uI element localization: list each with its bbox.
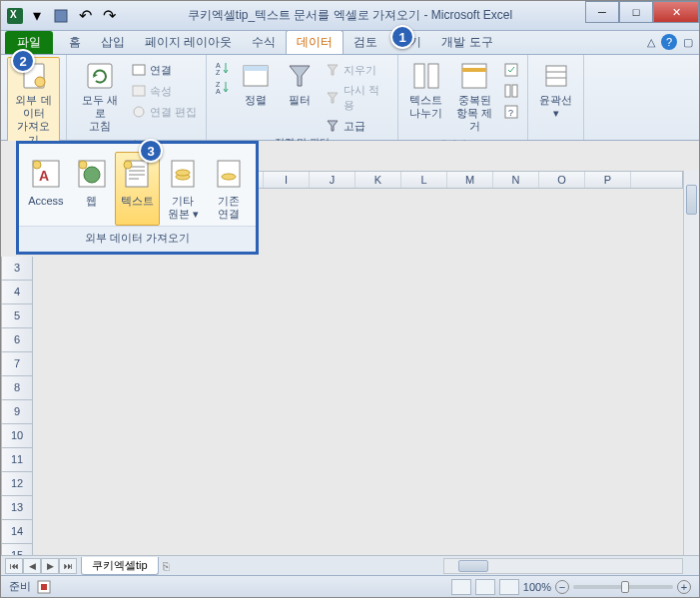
from-text-button[interactable]: 텍스트	[115, 152, 161, 226]
view-normal-button[interactable]	[451, 579, 471, 595]
svg-point-6	[134, 107, 144, 117]
col-header[interactable]: J	[310, 172, 355, 188]
qat-save-icon[interactable]	[51, 6, 71, 26]
sort-icon	[240, 60, 272, 92]
external-data-dropdown: A Access 웹 텍스트 기타 원본 ▾ 기존 연결 외부 데이터 가져오기	[16, 141, 259, 255]
sheet-nav-next[interactable]: ▶	[41, 558, 59, 574]
row-header[interactable]: 4	[1, 281, 33, 304]
svg-text:A: A	[216, 62, 221, 69]
sort-asc-button[interactable]: AZ	[213, 59, 233, 77]
window-options-icon[interactable]: ▢	[683, 36, 693, 49]
remove-dup-icon	[458, 60, 490, 92]
row-header[interactable]: 9	[1, 400, 33, 424]
qat-undo-icon[interactable]: ↶	[75, 6, 95, 26]
from-access-button[interactable]: A Access	[23, 152, 69, 226]
svg-rect-15	[462, 64, 486, 88]
outline-icon	[540, 60, 572, 92]
edit-links-button[interactable]: 연결 편집	[129, 103, 199, 121]
remove-duplicates-button[interactable]: 중복된 항목 제거	[450, 57, 499, 137]
row-header[interactable]: 5	[1, 304, 33, 328]
sheet-tab[interactable]: 쿠키엑셀tip	[81, 557, 159, 575]
new-sheet-button[interactable]: ⎘	[163, 560, 170, 572]
refresh-all-button[interactable]: 모두 새로 고침	[73, 57, 127, 137]
svg-rect-13	[414, 64, 424, 88]
view-pagebreak-button[interactable]	[499, 579, 519, 595]
sort-desc-icon: ZA	[215, 79, 231, 95]
row-header[interactable]: 8	[1, 376, 33, 400]
svg-point-27	[84, 167, 100, 183]
svg-point-35	[222, 174, 236, 180]
qat-redo-icon[interactable]: ↷	[99, 6, 119, 26]
col-header[interactable]: I	[264, 172, 310, 188]
zoom-slider[interactable]	[573, 585, 673, 589]
ribbon: 외부 데이터 가져오기 모두 새로 고침 연결 속성 연결 편집 연결 AZ	[1, 55, 699, 141]
consolidate-button[interactable]	[501, 82, 521, 100]
close-button[interactable]: ✕	[653, 1, 699, 23]
tab-home[interactable]: 홈	[59, 31, 91, 54]
row-header[interactable]: 7	[1, 352, 33, 376]
data-validation-button[interactable]	[501, 61, 521, 79]
connections-button[interactable]: 연결	[129, 61, 199, 79]
svg-point-28	[79, 161, 87, 169]
scrollbar-thumb[interactable]	[686, 185, 697, 215]
svg-text:Z: Z	[216, 69, 221, 76]
properties-button[interactable]: 속성	[129, 82, 199, 100]
tab-data[interactable]: 데이터	[286, 30, 344, 54]
horizontal-scrollbar[interactable]	[443, 558, 683, 574]
svg-rect-19	[512, 85, 517, 97]
from-web-button[interactable]: 웹	[69, 152, 115, 226]
view-layout-button[interactable]	[475, 579, 495, 595]
row-header[interactable]: 6	[1, 328, 33, 352]
minimize-button[interactable]: ─	[585, 1, 619, 23]
zoom-level[interactable]: 100%	[523, 581, 551, 593]
macro-record-icon[interactable]	[37, 580, 51, 594]
window-title: 쿠키엑셀tip_텍스트 문서를 엑셀로 가져오기 - Microsoft Exc…	[188, 7, 512, 24]
zoom-out-button[interactable]: −	[555, 580, 569, 594]
col-header[interactable]: O	[539, 172, 585, 188]
svg-rect-3	[88, 64, 112, 88]
col-header[interactable]: L	[401, 172, 447, 188]
minimize-ribbon-icon[interactable]: △	[647, 36, 655, 49]
scrollbar-thumb[interactable]	[458, 560, 488, 572]
maximize-button[interactable]: □	[619, 1, 653, 23]
row-header[interactable]: 10	[1, 424, 33, 448]
qat-dropdown[interactable]: ▾	[27, 6, 47, 26]
sheet-nav-first[interactable]: ⏮	[5, 558, 23, 574]
text-to-columns-button[interactable]: 텍스트 나누기	[404, 57, 448, 137]
advanced-filter-button[interactable]: 고급	[323, 117, 391, 135]
help-icon[interactable]: ?	[661, 34, 677, 50]
row-header[interactable]: 11	[1, 448, 33, 472]
tab-insert[interactable]: 삽입	[91, 31, 135, 54]
col-header[interactable]: N	[493, 172, 539, 188]
row-header[interactable]: 13	[1, 496, 33, 520]
tab-review[interactable]: 검토	[344, 31, 387, 54]
col-header[interactable]: P	[585, 172, 631, 188]
sort-button[interactable]: 정렬	[235, 57, 277, 135]
sheet-nav-prev[interactable]: ◀	[23, 558, 41, 574]
reapply-button[interactable]: 다시 적용	[323, 82, 391, 114]
from-other-button[interactable]: 기타 원본 ▾	[160, 152, 206, 226]
vertical-scrollbar[interactable]	[683, 171, 699, 555]
tab-developer[interactable]: 개발 도구	[431, 31, 502, 54]
advanced-icon	[325, 118, 341, 134]
outline-button[interactable]: 윤곽선 ▾	[534, 57, 577, 127]
row-header[interactable]: 3	[1, 257, 33, 281]
col-header[interactable]: M	[447, 172, 493, 188]
tab-pagelayout[interactable]: 페이지 레이아웃	[135, 31, 242, 54]
svg-rect-12	[244, 66, 268, 71]
callout-2: 2	[11, 49, 35, 73]
zoom-knob[interactable]	[621, 581, 629, 593]
clear-filter-button[interactable]: 지우기	[323, 61, 391, 79]
existing-connections-button[interactable]: 기존 연결	[206, 152, 252, 226]
row-header[interactable]: 12	[1, 472, 33, 496]
excel-app-icon	[7, 8, 23, 24]
zoom-in-button[interactable]: +	[677, 580, 691, 594]
tab-formulas[interactable]: 수식	[242, 31, 286, 54]
filter-button[interactable]: 필터	[279, 57, 321, 135]
sort-desc-button[interactable]: ZA	[213, 78, 233, 96]
col-header[interactable]: K	[355, 172, 401, 188]
row-header[interactable]: 14	[1, 520, 33, 544]
get-external-data-button[interactable]: 외부 데이터 가져오기	[7, 57, 60, 150]
sheet-nav-last[interactable]: ⏭	[59, 558, 77, 574]
whatif-button[interactable]: ?	[501, 103, 521, 121]
